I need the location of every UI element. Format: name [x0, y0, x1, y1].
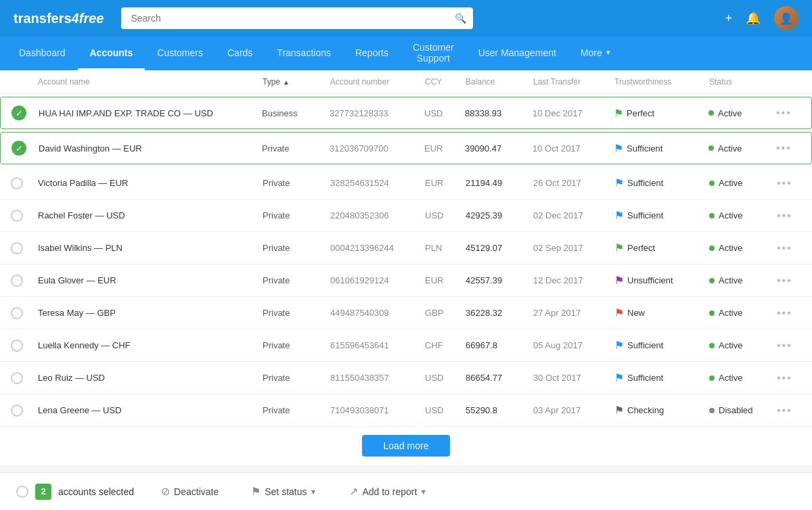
col-trustworthiness: Trustworthiness — [614, 77, 709, 87]
last-transfer-cell: 02 Sep 2017 — [533, 243, 614, 253]
row-select-check[interactable]: ✓ — [12, 141, 26, 156]
trust-flag-icon: ⚑ — [614, 404, 624, 417]
load-more-wrap: Load more — [0, 427, 812, 465]
header-actions: + 🔔 👤 — [725, 6, 798, 30]
nav-bar: Dashboard Accounts Customers Cards Trans… — [0, 37, 812, 70]
row-more-button[interactable]: ••• — [777, 275, 792, 287]
row-select-radio[interactable] — [11, 307, 23, 319]
account-name-cell: Lena Greene — USD — [38, 405, 263, 415]
table-scroll-area[interactable]: Account name Type ▲ Account number CCY B… — [0, 70, 812, 472]
account-number-cell: 449487540309 — [330, 308, 425, 318]
balance-cell: 42557.39 — [466, 275, 533, 285]
nav-item-customers[interactable]: Customers — [145, 37, 215, 70]
row-more-button[interactable]: ••• — [777, 404, 792, 417]
type-cell: Private — [263, 243, 330, 253]
last-transfer-cell: 02 Dec 2017 — [533, 210, 614, 221]
nav-item-dashboard[interactable]: Dashboard — [7, 37, 78, 70]
add-button[interactable]: + — [725, 11, 732, 26]
status-dot — [709, 310, 715, 316]
nav-item-more[interactable]: More ▼ — [568, 37, 624, 70]
search-bar: 🔍 — [121, 7, 473, 29]
account-number-cell: 328254631524 — [330, 178, 425, 188]
row-select-radio[interactable] — [11, 340, 23, 352]
account-name-cell: Victoria Padilla — EUR — [38, 178, 263, 188]
row-select-wrap[interactable]: ✓ — [12, 106, 39, 120]
last-transfer-cell: 10 Dec 2017 — [533, 108, 614, 118]
row-select-wrap[interactable] — [11, 372, 38, 384]
load-more-button[interactable]: Load more — [362, 435, 451, 457]
trust-flag-icon: ⚑ — [614, 339, 624, 352]
ccy-cell: USD — [425, 210, 466, 221]
row-select-radio[interactable] — [11, 404, 23, 417]
status-dot — [709, 181, 715, 186]
search-input[interactable] — [121, 7, 473, 29]
nav-item-reports[interactable]: Reports — [343, 37, 401, 70]
type-cell: Private — [262, 143, 330, 154]
trustworthiness-cell: ⚑ Checking — [614, 404, 709, 417]
nav-item-transactions[interactable]: Transactions — [265, 37, 343, 70]
nav-item-user-management[interactable]: User Management — [466, 37, 568, 70]
avatar[interactable]: 👤 — [774, 6, 798, 30]
type-cell: Private — [263, 210, 330, 221]
notifications-button[interactable]: 🔔 — [746, 11, 761, 26]
row-select-wrap[interactable] — [11, 340, 38, 352]
last-transfer-cell: 26 Oct 2017 — [533, 178, 614, 188]
row-select-wrap[interactable]: ✓ — [12, 141, 39, 156]
ccy-cell: EUR — [425, 275, 466, 285]
row-more-button[interactable]: ••• — [777, 372, 792, 384]
ccy-cell: USD — [425, 373, 466, 383]
type-cell: Business — [262, 108, 330, 118]
ccy-cell: EUR — [425, 178, 466, 188]
trustworthiness-cell: ⚑ Sufficient — [614, 339, 709, 352]
row-select-radio[interactable] — [11, 372, 23, 384]
row-select-wrap[interactable] — [11, 210, 38, 222]
row-more-button[interactable]: ••• — [776, 107, 792, 119]
nav-item-customer-support[interactable]: CustomerSupport — [401, 37, 466, 70]
row-select-wrap[interactable] — [11, 275, 38, 287]
row-more-button[interactable]: ••• — [777, 210, 792, 222]
row-select-radio[interactable] — [11, 242, 23, 254]
status-cell: Active — [709, 340, 777, 350]
row-select-wrap[interactable] — [11, 177, 38, 189]
account-name-cell: HUA HAI IMP.AND EXP. TRADE CO — USD — [39, 108, 262, 118]
row-select-radio[interactable] — [11, 275, 23, 287]
table-row: Isabel Wilkins — PLN Private 00042133962… — [0, 232, 812, 264]
row-select-wrap[interactable] — [11, 307, 38, 319]
row-more-button[interactable]: ••• — [777, 307, 792, 319]
account-name-cell: David Washington — EUR — [39, 143, 262, 154]
account-name-cell: Rachel Foster — USD — [38, 210, 263, 221]
row-more-button[interactable]: ••• — [777, 177, 792, 189]
chevron-down-icon: ▼ — [605, 49, 612, 56]
app-logo: transfers4free — [14, 11, 104, 26]
account-number-cell: 811550438357 — [330, 373, 425, 383]
account-number-cell: 327732128333 — [330, 108, 424, 118]
row-select-radio[interactable] — [11, 210, 23, 222]
row-select-wrap[interactable] — [11, 404, 38, 417]
table-row: ✓ HUA HAI IMP.AND EXP. TRADE CO — USD Bu… — [0, 97, 812, 129]
col-type[interactable]: Type ▲ — [263, 77, 330, 87]
status-cell: Active — [709, 178, 777, 188]
status-cell: Active — [708, 143, 776, 154]
balance-cell: 86654.77 — [466, 373, 533, 383]
row-select-check[interactable]: ✓ — [12, 106, 26, 120]
status-dot — [709, 408, 715, 413]
row-more-button[interactable]: ••• — [777, 242, 792, 254]
balance-cell: 39090.47 — [465, 143, 533, 154]
status-cell: Active — [709, 275, 777, 285]
last-transfer-cell: 27 Apr 2017 — [533, 308, 614, 318]
status-cell: Active — [709, 308, 777, 318]
trust-flag-icon: ⚑ — [614, 371, 624, 384]
row-select-wrap[interactable] — [11, 242, 38, 254]
row-more-button[interactable]: ••• — [777, 340, 792, 352]
account-number-cell: 0004213396244 — [330, 243, 425, 253]
last-transfer-cell: 10 Oct 2017 — [533, 143, 614, 154]
nav-item-accounts[interactable]: Accounts — [78, 37, 145, 70]
last-transfer-cell: 05 Aug 2017 — [533, 340, 614, 350]
table-row: Eula Glover — EUR Private 061061929124 E… — [0, 264, 812, 297]
row-more-button[interactable]: ••• — [776, 142, 792, 154]
nav-item-cards[interactable]: Cards — [215, 37, 265, 70]
row-select-radio[interactable] — [11, 177, 23, 189]
balance-cell: 88338.93 — [465, 108, 533, 118]
trustworthiness-cell: ⚑ New — [614, 306, 709, 319]
col-select — [11, 77, 38, 87]
